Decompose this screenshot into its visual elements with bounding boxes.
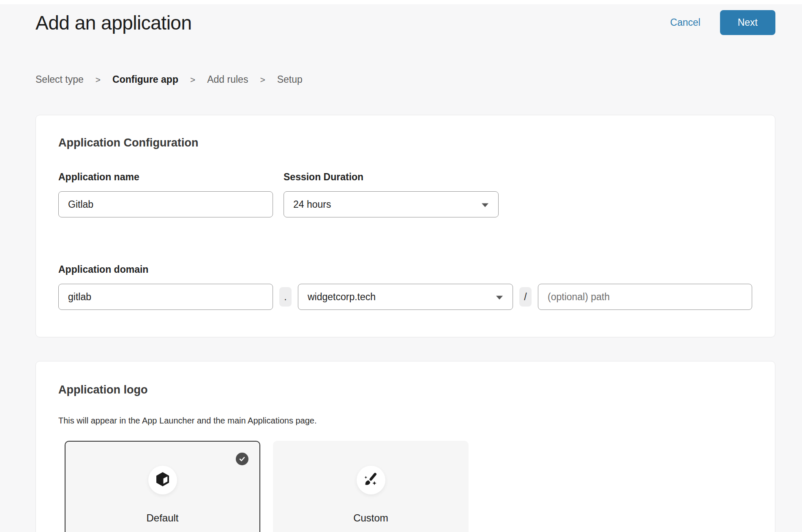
logo-option-tiles: Default Custom <box>65 441 753 532</box>
session-duration-field-group: Session Duration 24 hours <box>284 171 499 217</box>
page-header: Add an application Cancel Next <box>35 10 775 35</box>
add-application-page: Add an application Cancel Next Select ty… <box>0 10 802 532</box>
application-name-label: Application name <box>58 171 273 183</box>
application-domain-row: . widgetcorp.tech / <box>58 284 753 310</box>
page-title: Add an application <box>35 11 192 34</box>
application-domain-label: Application domain <box>58 264 753 275</box>
name-session-row: Application name Session Duration 24 hou… <box>58 171 753 217</box>
breadcrumb-step-select-type[interactable]: Select type <box>35 74 84 85</box>
session-duration-select[interactable]: 24 hours <box>284 191 499 217</box>
breadcrumb-step-configure-app[interactable]: Configure app <box>112 74 178 85</box>
logo-option-custom[interactable]: Custom <box>273 441 469 532</box>
caret-down-icon <box>481 199 489 210</box>
session-duration-value: 24 hours <box>293 199 331 210</box>
top-white-strip <box>0 0 802 4</box>
application-logo-card: Application logo This will appear in the… <box>35 361 775 532</box>
dot-separator: . <box>279 287 292 307</box>
breadcrumb-separator: > <box>190 75 195 85</box>
breadcrumb-separator: > <box>260 75 265 85</box>
application-configuration-card: Application Configuration Application na… <box>35 115 775 337</box>
logo-option-default[interactable]: Default <box>65 441 260 532</box>
application-name-input[interactable] <box>58 191 273 217</box>
breadcrumb: Select type > Configure app > Add rules … <box>35 74 775 85</box>
breadcrumb-separator: > <box>95 75 101 85</box>
application-name-field-group: Application name <box>58 171 273 217</box>
logo-option-label: Default <box>146 512 178 524</box>
logo-card-description: This will appear in the App Launcher and… <box>58 416 753 426</box>
custom-logo-circle <box>357 466 385 494</box>
slash-separator: / <box>519 287 532 307</box>
breadcrumb-step-add-rules[interactable]: Add rules <box>207 74 248 85</box>
logo-card-title: Application logo <box>58 383 753 396</box>
breadcrumb-step-setup[interactable]: Setup <box>277 74 303 85</box>
caret-down-icon <box>496 291 503 303</box>
session-duration-label: Session Duration <box>284 171 499 183</box>
path-input[interactable] <box>538 284 752 310</box>
header-actions: Cancel Next <box>670 10 775 35</box>
logo-option-label: Custom <box>353 512 388 524</box>
domain-select-value: widgetcorp.tech <box>308 291 376 303</box>
cube-icon <box>154 471 171 489</box>
check-icon <box>236 453 248 465</box>
next-button[interactable]: Next <box>720 10 775 35</box>
configuration-card-title: Application Configuration <box>58 136 753 149</box>
subdomain-input[interactable] <box>58 284 273 310</box>
paintbrush-icon <box>362 470 380 490</box>
domain-select[interactable]: widgetcorp.tech <box>298 284 513 310</box>
cancel-button[interactable]: Cancel <box>670 17 701 28</box>
default-logo-circle <box>148 466 177 494</box>
